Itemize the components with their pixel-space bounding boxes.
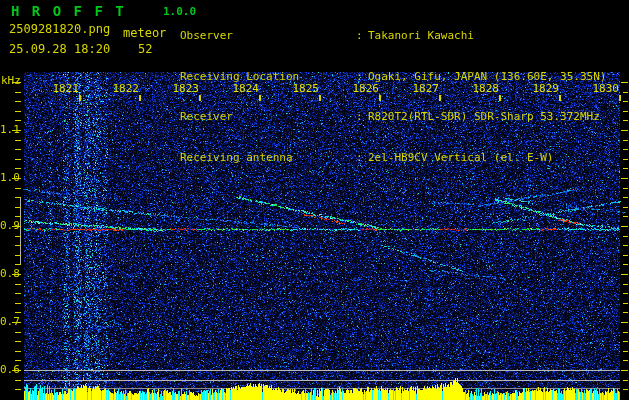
info-colon: :: [356, 70, 363, 84]
time-axis-label: 1826: [349, 83, 379, 95]
freq-axis-label: 1.0: [0, 172, 13, 184]
freq-axis-label: 0.9: [0, 220, 13, 232]
time-axis-label: 1822: [109, 83, 139, 95]
freq-unit-label: kHz: [1, 74, 21, 87]
station-info: Observer : Takanori Kawachi Receiving Lo…: [180, 2, 629, 191]
time-axis-label: 1823: [169, 83, 199, 95]
time-axis-label: 1829: [529, 83, 559, 95]
meteor-count: 52: [138, 42, 152, 56]
observation-datetime: 25.09.28 18:20: [9, 42, 110, 56]
time-axis-label: 1827: [409, 83, 439, 95]
info-label: Receiver: [180, 110, 233, 124]
info-value: Ogaki, Gifu, JAPAN (136.60E, 35.35N): [368, 70, 606, 84]
time-axis-label: 1828: [469, 83, 499, 95]
mode-label: meteor: [123, 26, 166, 40]
info-colon: :: [356, 110, 363, 124]
freq-axis-label: 1.1: [0, 124, 13, 136]
info-row-observer: Observer : Takanori Kawachi: [180, 29, 629, 43]
info-colon: :: [356, 151, 363, 165]
freq-axis-label: 0.8: [0, 268, 13, 280]
time-axis-label: 1825: [289, 83, 319, 95]
info-row-antenna: Receiving antenna : 2el-HB9CV Vertical (…: [180, 151, 629, 165]
info-value: R820T2(RTL-SDR) SDR-Sharp 53.372MHz: [368, 110, 600, 124]
freq-axis-label: 0.7: [0, 316, 13, 328]
info-colon: :: [356, 29, 363, 43]
info-row-receiver: Receiver : R820T2(RTL-SDR) SDR-Sharp 53.…: [180, 110, 629, 124]
hrofft-window: H R O F F T 1.0.0 2509281820.png meteor …: [0, 0, 629, 400]
time-axis-label: 1830: [589, 83, 619, 95]
info-label: Receiving antenna: [180, 151, 293, 165]
info-value: Takanori Kawachi: [368, 29, 474, 43]
time-axis-label: 1821: [49, 83, 79, 95]
output-filename: 2509281820.png: [9, 22, 110, 36]
app-title-text: H R O F F T: [11, 3, 126, 19]
info-value: 2el-HB9CV Vertical (el. E-W): [368, 151, 553, 165]
app-title: H R O F F T: [11, 3, 126, 19]
info-label: Observer: [180, 29, 233, 43]
info-label: Receiving Location: [180, 70, 299, 84]
time-axis-label: 1824: [229, 83, 259, 95]
info-row-location: Receiving Location : Ogaki, Gifu, JAPAN …: [180, 70, 629, 84]
freq-axis-label: 0.6: [0, 364, 13, 376]
